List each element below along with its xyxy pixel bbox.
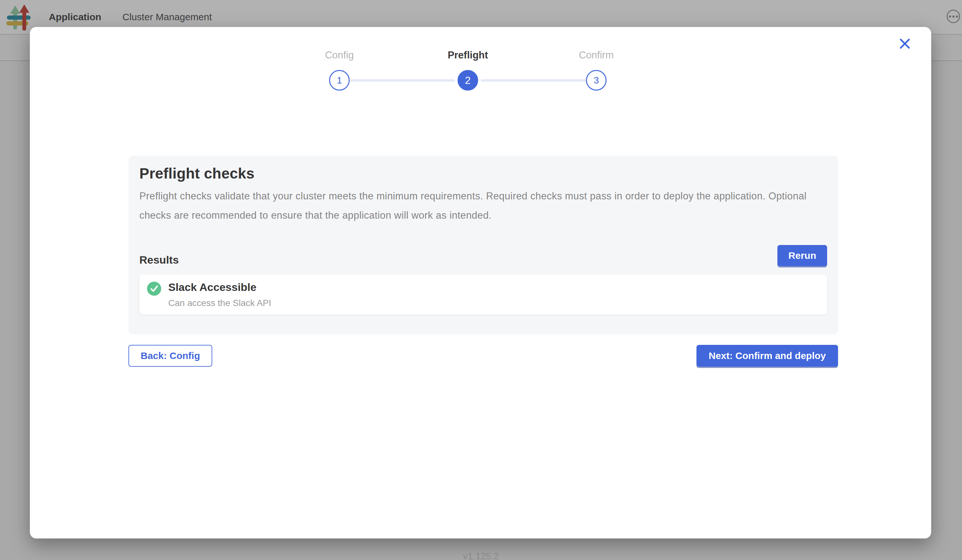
back-button[interactable]: Back: Config [128,345,212,367]
results-heading: Results [139,254,179,266]
step-label-confirm: Confirm [532,50,660,61]
step-label-config: Config [275,50,404,61]
stepper-connector [481,79,587,82]
check-detail: Can access the Slack API [168,298,271,308]
step-label-preflight: Preflight [404,50,532,61]
stepper-connector [350,79,455,82]
panel-title: Preflight checks [139,165,827,182]
wizard-stepper: Config Preflight Confirm 1 2 3 [275,50,660,123]
close-icon[interactable] [897,36,912,52]
check-name: Slack Accessible [168,281,271,294]
screen: Application Cluster Management v1.125.2 … [0,0,962,560]
check-result-card: Slack Accessible Can access the Slack AP… [139,274,827,315]
rerun-button[interactable]: Rerun [777,245,827,266]
results-row: Results Rerun [139,245,827,266]
step-circle-config[interactable]: 1 [329,70,350,90]
step-circle-confirm[interactable]: 3 [586,70,607,90]
next-button[interactable]: Next: Confirm and deploy [696,345,838,367]
preflight-panel: Preflight checks Preflight checks valida… [128,156,838,334]
panel-description: Preflight checks validate that your clus… [139,187,827,225]
check-result-text: Slack Accessible Can access the Slack AP… [168,281,271,308]
preflight-wizard-modal: Config Preflight Confirm 1 2 3 Preflight… [30,27,931,539]
step-circle-preflight[interactable]: 2 [458,70,478,90]
check-pass-icon [147,282,161,296]
